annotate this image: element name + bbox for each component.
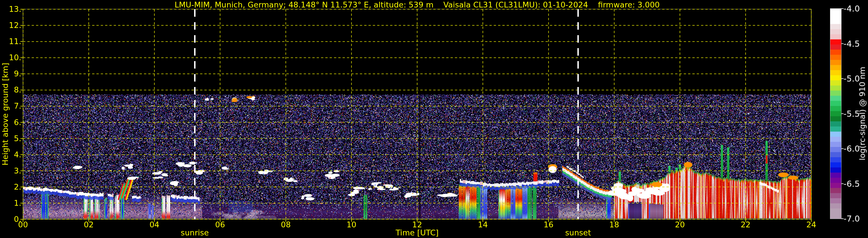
y-tick-label: 3. xyxy=(0,166,21,175)
y-tick-label: 12. xyxy=(0,21,21,30)
plot-title: LMU-MIM, Munich, Germany; 48.148° N 11.5… xyxy=(175,0,659,9)
sunrise-label: sunrise xyxy=(181,228,209,237)
x-tick-label: 04 xyxy=(140,220,169,229)
colorbar-tick-label: -5.0 xyxy=(843,74,868,84)
y-tick-label: 6. xyxy=(0,118,21,127)
colorbar-tick-label: -4.5 xyxy=(843,39,868,49)
colorbar-tick-label: -6.5 xyxy=(843,179,868,189)
y-tick-label: 7. xyxy=(0,101,21,110)
x-tick-label: 24 xyxy=(797,220,826,229)
y-tick-label: 11. xyxy=(0,37,21,46)
y-tick-label: 1. xyxy=(0,199,21,207)
x-axis-label: Time [UTC] xyxy=(396,228,438,237)
y-tick-label: 2. xyxy=(0,182,21,191)
colorbar-tick-label: -4.0 xyxy=(843,4,868,13)
ceilometer-heatmap-canvas xyxy=(0,0,868,238)
colorbar-tick-label: -5.5 xyxy=(843,109,868,119)
y-tick-label: 4. xyxy=(0,150,21,159)
y-tick-label: 5. xyxy=(0,134,21,143)
y-tick-label: 9. xyxy=(0,69,21,78)
y-tick-label: 13. xyxy=(0,5,21,13)
x-tick-label: 02 xyxy=(74,220,103,229)
x-tick-label: 14 xyxy=(468,220,497,229)
sunset-label: sunset xyxy=(565,228,591,237)
colorbar-tick-label: -6.0 xyxy=(843,144,868,154)
y-tick-label: 10. xyxy=(0,53,21,62)
x-tick-label: 22 xyxy=(731,220,760,229)
x-tick-label: 08 xyxy=(272,220,300,229)
ceilometer-quicklook-page: LMU-MIM, Munich, Germany; 48.148° N 11.5… xyxy=(0,0,868,238)
x-tick-label: 00 xyxy=(9,220,37,229)
x-tick-label: 10 xyxy=(337,220,366,229)
x-tick-label: 20 xyxy=(665,220,694,229)
colorbar-tick-label: -7.0 xyxy=(843,214,868,224)
x-tick-label: 12 xyxy=(403,220,432,229)
y-tick-label: 8. xyxy=(0,85,21,94)
x-tick-label: 06 xyxy=(206,220,235,229)
x-tick-label: 16 xyxy=(534,220,563,229)
x-tick-label: 18 xyxy=(600,220,629,229)
